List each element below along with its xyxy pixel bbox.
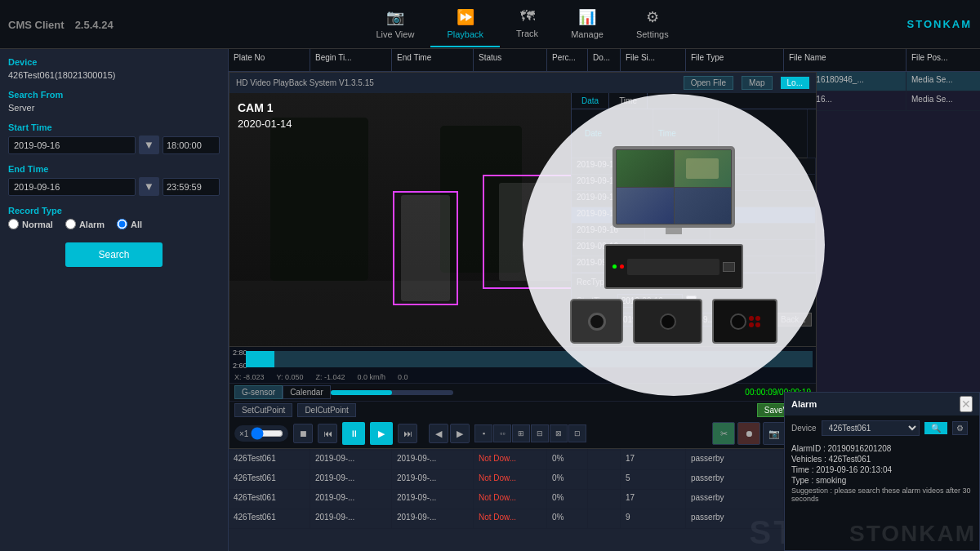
table-row-8[interactable]: 426Test061 2019-09-... 2019-09-... Not D…	[229, 509, 784, 529]
sp-end-time[interactable]	[683, 313, 728, 327]
speed-val: 0.0 km/h	[358, 373, 386, 381]
radio-alarm[interactable]	[65, 219, 76, 229]
sr-4[interactable]: 2019-09-16	[572, 224, 816, 240]
end-calendar-btn[interactable]: ▼	[139, 177, 159, 196]
td-status-5: Not Dow...	[474, 451, 547, 469]
end-time-field: End Time ▼	[8, 164, 220, 196]
main-layout: Device 426Test061(18021300015) Search Fr…	[0, 49, 980, 551]
td-perc-5: 0%	[547, 451, 588, 469]
alarm-device-label: Device	[791, 424, 817, 433]
sr-time-4	[645, 224, 710, 239]
td-end-6: 2019-09-...	[392, 470, 474, 489]
tab-track[interactable]: 🗺 Track	[500, 2, 555, 47]
start-time-input[interactable]	[163, 136, 220, 154]
th-fpos: File Pos...	[906, 49, 980, 71]
start-calendar-btn[interactable]: ▼	[139, 136, 159, 154]
start-date-input[interactable]	[8, 136, 136, 154]
timeline-track[interactable]	[246, 351, 813, 367]
coords-bar: X: -8.023 Y: 0.050 Z: -1.042 0.0 km/h 0.…	[229, 371, 816, 383]
table-row-7[interactable]: 426Test061 2019-09-... 2019-09-... Not D…	[229, 490, 784, 509]
data-tab[interactable]: Data	[572, 93, 609, 109]
grid-1[interactable]: ▪	[474, 424, 492, 442]
tab-playback[interactable]: ⏩ Playback	[430, 2, 500, 47]
gsensor-tab[interactable]: G-sensor	[234, 385, 283, 399]
sp-back-btn[interactable]: Back...	[775, 313, 812, 327]
grid-4[interactable]: ⊞	[512, 424, 530, 442]
map-btn[interactable]: Map	[742, 76, 772, 90]
radio-all-label[interactable]: All	[117, 219, 142, 229]
sp-search-btn[interactable]: Search	[731, 313, 772, 327]
alarm-time-row: Time : 2019-09-16 20:13:04	[791, 465, 973, 474]
table-header: Plate No Begin Ti... End Time Status Per…	[229, 49, 980, 72]
screenshot-btn[interactable]: 📷	[763, 422, 786, 445]
end-time-input[interactable]	[163, 178, 220, 196]
td-plate-5: 426Test061	[229, 451, 310, 469]
td-end-7: 2019-09-...	[392, 490, 474, 509]
grid-2[interactable]: ▫▫	[493, 424, 511, 442]
th-perc: Perc...	[547, 49, 588, 71]
alarm-device-select[interactable]: 426Test061	[822, 420, 920, 436]
alarm-config-btn[interactable]: ⚙	[952, 421, 968, 435]
tab-settings[interactable]: ⚙ Settings	[620, 2, 685, 47]
table-row-6[interactable]: 426Test061 2019-09-... 2019-09-... Not D…	[229, 470, 784, 490]
end-time-sp-label: EndTime:	[577, 315, 611, 324]
th-fname: File Name	[784, 49, 906, 71]
x-coord: X: -8.023	[234, 373, 265, 381]
alarm-header: Alarm ✕	[785, 393, 979, 415]
alarm-suggestion: Suggestion : please search these alarm v…	[791, 487, 973, 503]
grid-9[interactable]: ⊡	[568, 424, 586, 442]
ch-next-btn[interactable]: ▶	[450, 424, 470, 443]
grid-6[interactable]: ⊟	[531, 424, 549, 442]
rec-type-label: RecType:	[577, 278, 611, 287]
waveform-area: 2:80 2:60	[229, 347, 816, 371]
sr-3[interactable]: 2019-09-16 (a)(1)	[572, 207, 816, 224]
sp-start-date[interactable]	[617, 294, 683, 308]
sp-end-date[interactable]	[614, 313, 679, 327]
stop-btn[interactable]: ⏹	[293, 424, 313, 443]
manual-checkbox[interactable]	[616, 277, 626, 287]
sh-time: Time	[653, 109, 719, 158]
ch-prev-btn[interactable]: ◀	[429, 424, 448, 443]
radio-normal[interactable]	[8, 219, 19, 229]
tab-playback-label: Playback	[447, 29, 483, 39]
calendar-tab[interactable]: Calendar	[283, 385, 331, 399]
radio-normal-label[interactable]: Normal	[8, 219, 53, 229]
speed-slider[interactable]	[251, 427, 283, 440]
sr-1[interactable]: 2019-09-15 18:58 N	[572, 175, 816, 191]
sr-2[interactable]: 2019-09-15 15:57 M	[572, 191, 816, 207]
grid-8[interactable]: ⊠	[550, 424, 568, 442]
manual-label: Manual	[631, 278, 658, 287]
td-status-8: Not Dow...	[474, 509, 547, 528]
location-btn[interactable]: Lo...	[781, 77, 809, 89]
open-file-btn[interactable]: Open File	[684, 76, 733, 90]
sr-time-0: 18:57 M	[645, 158, 710, 174]
alarm-close-btn[interactable]: ✕	[960, 396, 973, 412]
tab-live-view[interactable]: 📷 Live View	[360, 2, 431, 47]
radio-all[interactable]	[117, 219, 127, 229]
tab-manage[interactable]: 📊 Manage	[555, 2, 620, 47]
prev-btn[interactable]: ⏮	[318, 424, 337, 443]
play-btn[interactable]: ▶	[370, 422, 393, 445]
time-tab[interactable]: Time	[609, 93, 648, 109]
clip-btn[interactable]: ✂	[712, 422, 735, 445]
radio-alarm-label[interactable]: Alarm	[65, 219, 105, 229]
sp-start-check[interactable]	[686, 295, 697, 306]
td-fsize-5: 17	[621, 451, 686, 469]
table-row-5[interactable]: 426Test061 2019-09-... 2019-09-... Not D…	[229, 451, 784, 470]
timeline-slider[interactable]	[331, 390, 453, 395]
sr-time-3	[645, 207, 710, 223]
del-cut-btn[interactable]: DelCutPoint	[297, 403, 355, 417]
rec-btn[interactable]: ⏺	[737, 422, 760, 445]
td-status-6: Not Dow...	[474, 470, 547, 489]
end-date-input[interactable]	[8, 178, 136, 196]
next-btn[interactable]: ⏭	[398, 424, 417, 443]
pause-btn[interactable]: ⏸	[342, 422, 365, 445]
set-cut-btn[interactable]: SetCutPoint	[234, 403, 292, 417]
sr-6[interactable]: 2019-09-16	[572, 256, 816, 273]
alarm-type: Type : smoking	[791, 476, 846, 485]
alarm-title: Alarm	[791, 399, 817, 409]
search-button[interactable]: Search	[65, 242, 162, 267]
sr-0[interactable]: 2019-09-15 18:57 M	[572, 158, 816, 175]
sr-5[interactable]: 2019-09-16	[572, 240, 816, 256]
alarm-search-btn[interactable]: 🔍	[924, 422, 947, 434]
